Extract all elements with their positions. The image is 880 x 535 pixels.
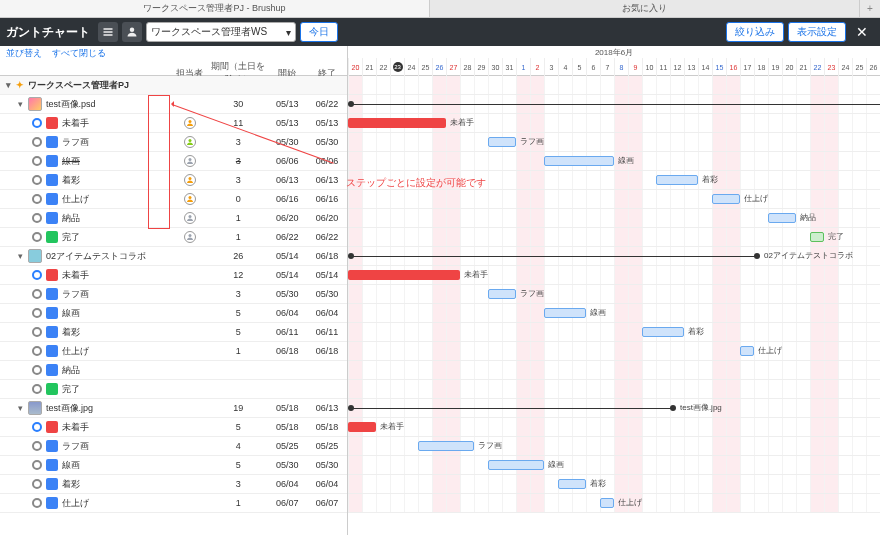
period-value: 5 <box>209 460 267 470</box>
step-color-swatch <box>46 345 58 357</box>
bar-label: ラフ画 <box>478 440 502 451</box>
step-row[interactable]: 仕上げ106/1806/18 <box>0 342 347 361</box>
gantt-bar[interactable] <box>488 460 544 470</box>
step-row[interactable]: 納品 <box>0 361 347 380</box>
gantt-bar[interactable] <box>418 441 474 451</box>
caret-down-icon[interactable]: ▾ <box>4 80 12 90</box>
day-cell: 12 <box>670 58 684 76</box>
step-row[interactable]: 着彩306/0406/04 <box>0 475 347 494</box>
step-row[interactable]: 未着手1105/1305/13 <box>0 114 347 133</box>
gantt-bar[interactable] <box>656 175 698 185</box>
step-row[interactable]: 納品106/2006/20 <box>0 209 347 228</box>
end-value: 06/18 <box>307 251 347 261</box>
step-marker <box>32 194 42 204</box>
list-view-icon[interactable] <box>98 22 118 42</box>
start-value: 05/18 <box>267 403 307 413</box>
step-row[interactable]: 完了 <box>0 380 347 399</box>
today-button[interactable]: 今日 <box>300 22 338 42</box>
period-value: 4 <box>209 441 267 451</box>
item-row[interactable]: ▾02アイテムテストコラボ2605/1406/18 <box>0 247 347 266</box>
step-row[interactable]: 着彩506/1106/11 <box>0 323 347 342</box>
gantt-bar[interactable] <box>348 422 376 432</box>
gantt-bar[interactable] <box>740 346 754 356</box>
period-value: 0 <box>209 194 267 204</box>
tab-project[interactable]: ワークスペース管理者PJ - Brushup <box>0 0 430 17</box>
day-cell: 23 <box>390 58 404 76</box>
tab-favorites[interactable]: お気に入り <box>430 0 860 17</box>
assignee-avatar[interactable] <box>184 174 196 186</box>
step-row[interactable]: 未着手505/1805/18 <box>0 418 347 437</box>
step-row[interactable]: 線画506/0406/04 <box>0 304 347 323</box>
step-row[interactable]: 線画505/3005/30 <box>0 456 347 475</box>
step-row[interactable]: 着彩306/1306/13 <box>0 171 347 190</box>
assignee-avatar[interactable] <box>184 193 196 205</box>
bar-label: 仕上げ <box>744 193 768 204</box>
gantt-bar[interactable] <box>810 232 824 242</box>
step-color-swatch <box>46 383 58 395</box>
end-value: 05/14 <box>307 270 347 280</box>
item-row[interactable]: ▾test画像.jpg1905/1806/13 <box>0 399 347 418</box>
user-icon[interactable] <box>122 22 142 42</box>
collapse-all-link[interactable]: すべて閉じる <box>52 47 106 60</box>
end-value: 06/20 <box>307 213 347 223</box>
end-value: 06/22 <box>307 232 347 242</box>
gantt-bar[interactable] <box>544 308 586 318</box>
step-marker <box>32 289 42 299</box>
gantt-bar[interactable] <box>544 156 614 166</box>
start-value: 06/13 <box>267 175 307 185</box>
gantt-bar[interactable] <box>600 498 614 508</box>
step-marker <box>32 308 42 318</box>
end-value: 06/16 <box>307 194 347 204</box>
gantt-bar[interactable] <box>488 137 516 147</box>
caret-down-icon[interactable]: ▾ <box>16 403 24 413</box>
close-icon[interactable]: ✕ <box>850 20 874 44</box>
project-name: ワークスペース管理者PJ <box>28 79 129 92</box>
gantt-bar[interactable] <box>642 327 684 337</box>
step-name: ラフ画 <box>62 288 89 301</box>
project-row[interactable]: ▾✦ワークスペース管理者PJ <box>0 76 347 95</box>
chevron-down-icon: ▾ <box>286 27 291 38</box>
gantt-bar[interactable] <box>488 289 516 299</box>
day-cell: 19 <box>768 58 782 76</box>
day-cell: 20 <box>348 58 362 76</box>
start-value: 06/18 <box>267 346 307 356</box>
step-row[interactable]: ラフ画405/2505/25 <box>0 437 347 456</box>
gantt-bar[interactable] <box>712 194 740 204</box>
gantt-bar[interactable] <box>768 213 796 223</box>
day-cell: 5 <box>572 58 586 76</box>
item-name: test画像.jpg <box>46 402 93 415</box>
step-name: 納品 <box>62 364 80 377</box>
assignee-avatar[interactable] <box>184 136 196 148</box>
step-color-swatch <box>46 136 58 148</box>
days-row: 2021222324252627282930311234567891011121… <box>348 58 880 76</box>
step-name: 着彩 <box>62 326 80 339</box>
end-value: 06/07 <box>307 498 347 508</box>
timeline-row: ラフ画 <box>348 285 880 304</box>
assignee-avatar[interactable] <box>184 231 196 243</box>
reorder-link[interactable]: 並び替え <box>6 47 42 60</box>
step-row[interactable]: ラフ画305/3005/30 <box>0 285 347 304</box>
gantt-bar[interactable] <box>348 118 446 128</box>
step-row[interactable]: 仕上げ006/1606/16 <box>0 190 347 209</box>
step-name: 未着手 <box>62 421 89 434</box>
tab-add[interactable]: + <box>860 0 880 17</box>
step-row[interactable]: 仕上げ106/0706/07 <box>0 494 347 513</box>
assignee-avatar[interactable] <box>184 155 196 167</box>
caret-down-icon[interactable]: ▾ <box>16 251 24 261</box>
assignee-avatar[interactable] <box>184 117 196 129</box>
assignee-avatar[interactable] <box>184 212 196 224</box>
start-value: 06/16 <box>267 194 307 204</box>
display-settings-button[interactable]: 表示設定 <box>788 22 846 42</box>
caret-down-icon[interactable]: ▾ <box>16 99 24 109</box>
step-row[interactable]: 未着手1205/1405/14 <box>0 266 347 285</box>
gantt-bar[interactable] <box>348 270 460 280</box>
gantt-bar[interactable] <box>558 479 586 489</box>
step-row[interactable]: 完了106/2206/22 <box>0 228 347 247</box>
filter-button[interactable]: 絞り込み <box>726 22 784 42</box>
timeline-row: 線画 <box>348 456 880 475</box>
day-cell: 25 <box>852 58 866 76</box>
bar-label: 線画 <box>618 155 634 166</box>
workspace-select[interactable]: ワークスペース管理者WS ▾ <box>146 22 296 42</box>
step-row[interactable]: 線画306/0606/06 <box>0 152 347 171</box>
timeline-row: 納品 <box>348 209 880 228</box>
